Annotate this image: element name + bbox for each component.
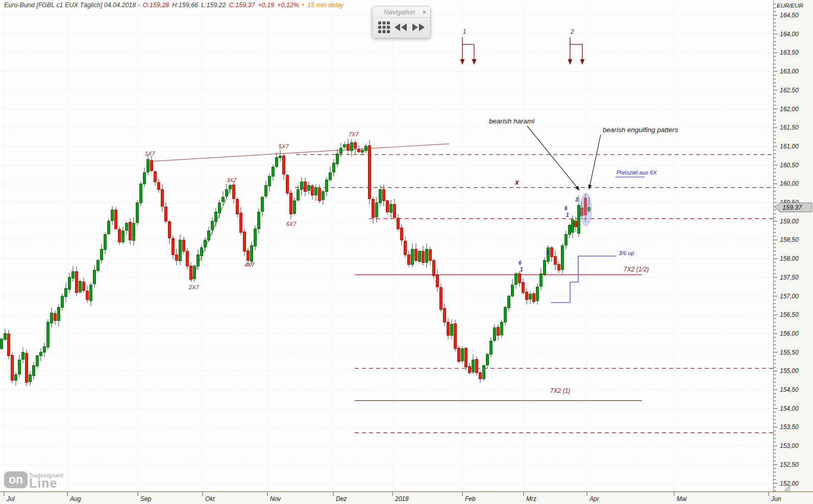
close-value: C:159,37: [229, 2, 255, 9]
change-abs: +0,19: [258, 2, 274, 9]
level-label[interactable]: x: [514, 178, 520, 186]
candle-down: [247, 250, 250, 261]
x-axis-month-label[interactable]: Apr: [589, 495, 600, 502]
candle-up: [15, 375, 17, 381]
candle-down: [476, 359, 478, 373]
candle-down: [575, 221, 577, 227]
level-label[interactable]: 7X2 (1): [550, 387, 570, 394]
candle-down: [458, 348, 460, 362]
low-value: L:159,22: [201, 2, 226, 9]
swing-label[interactable]: 2X7: [188, 284, 199, 290]
candle-down: [415, 249, 417, 261]
x-axis-month-label[interactable]: Jun: [771, 495, 781, 502]
candle-up: [18, 360, 21, 374]
candle-down: [129, 222, 132, 240]
x-axis-month-label[interactable]: Okt: [205, 495, 215, 502]
pattern-annotation[interactable]: bearish engulfing patters: [603, 126, 678, 134]
candle-up: [136, 203, 139, 223]
delay-bullet-icon: •: [302, 2, 304, 9]
candle-up: [101, 249, 103, 260]
x-axis-month-label[interactable]: Aug: [69, 495, 81, 502]
candle-down: [554, 257, 557, 264]
plot-background: [0, 0, 773, 491]
y-axis-tick-label: 162,50: [780, 87, 799, 94]
fast-forward-button[interactable]: [411, 23, 425, 32]
candle-up: [93, 270, 96, 284]
candle-up: [536, 287, 539, 301]
candle-up: [258, 212, 260, 229]
x-axis-month-label[interactable]: 2018: [395, 495, 409, 502]
candle-up: [108, 221, 110, 234]
candle-down: [465, 348, 467, 367]
x-axis-month-label[interactable]: Nov: [270, 495, 281, 502]
candle-down: [358, 149, 360, 152]
level-label[interactable]: 7X2 (1/2): [624, 266, 649, 273]
x-axis-month-label[interactable]: Dez: [336, 495, 347, 502]
y-axis-tick-label: 161,00: [780, 143, 799, 150]
candle-down: [283, 156, 285, 174]
candle-down: [433, 260, 435, 275]
candle-up: [229, 186, 232, 189]
candle-down: [115, 210, 117, 229]
candle-down: [243, 232, 246, 251]
x-axis-month-label[interactable]: Jul: [6, 495, 15, 502]
drop-marker-label[interactable]: 2: [570, 28, 574, 35]
candle-down: [176, 255, 178, 260]
y-axis-tick-label: 164,00: [780, 31, 799, 38]
candle-up: [326, 180, 328, 191]
candle-up: [251, 245, 253, 261]
swing-label[interactable]: 5X7: [279, 143, 289, 149]
pattern-annotation[interactable]: bearish harami: [489, 117, 535, 125]
candle-up: [418, 251, 421, 261]
y-axis-tick-label: 156,00: [780, 330, 799, 337]
y-axis-tick-label: 162,00: [780, 106, 799, 113]
grid-layout-button[interactable]: [378, 21, 390, 34]
candle-up: [179, 240, 182, 261]
candle-down: [368, 145, 371, 198]
swing-label[interactable]: 6X7: [286, 221, 297, 227]
candle-down: [383, 189, 385, 200]
x-axis-month-label[interactable]: Mrz: [526, 495, 536, 502]
x-axis-month-label[interactable]: Mai: [677, 495, 687, 502]
target-label[interactable]: Preisziel aus 6X: [617, 169, 657, 175]
candle-down: [386, 201, 389, 212]
price-chart-canvas[interactable]: 1X72X73X74X75X76X77X77X2 (1/2)7X2 (1)xPr…: [0, 0, 813, 504]
candle-up: [197, 255, 200, 266]
close-icon[interactable]: ×: [422, 9, 426, 15]
swing-label[interactable]: 4X7: [244, 262, 255, 268]
rewind-button[interactable]: [394, 23, 408, 32]
candle-down: [311, 186, 314, 195]
candle-up: [376, 203, 378, 217]
candle-up: [61, 296, 64, 308]
drop-marker-label[interactable]: 1: [463, 28, 466, 35]
high-value: H:159,66: [172, 2, 198, 9]
candle-up: [276, 158, 278, 166]
navigation-title: Navigation: [377, 8, 422, 16]
candle-up: [104, 234, 107, 249]
target-label[interactable]: 3/6 up: [619, 250, 634, 256]
count-digit-label: 3: [546, 250, 549, 256]
x-axis-month-label[interactable]: Sep: [140, 495, 152, 502]
y-axis-tick-label: 155,00: [780, 367, 799, 374]
swing-label[interactable]: 1X7: [145, 150, 155, 157]
y-axis-tick-label: 163,00: [780, 68, 799, 75]
candle-up: [390, 205, 392, 213]
x-axis-month-label[interactable]: Feb: [465, 495, 476, 502]
swing-label[interactable]: 3X7: [227, 177, 237, 183]
candle-up: [565, 234, 568, 245]
y-axis-tick-label: 160,00: [780, 180, 799, 187]
candle-up: [90, 285, 92, 301]
open-value: O:159,28: [143, 2, 169, 9]
candle-up: [204, 240, 207, 247]
candle-up: [293, 200, 296, 213]
pattern-highlight-ellipse[interactable]: [580, 193, 592, 226]
navigation-panel-header[interactable]: Navigation ×: [373, 7, 430, 18]
candle-up: [222, 197, 225, 202]
candle-up: [254, 229, 257, 246]
candle-up: [272, 167, 275, 176]
candle-up: [365, 146, 367, 151]
candle-down: [393, 205, 396, 218]
rewind-icon: [395, 23, 407, 31]
candle-down: [447, 322, 450, 336]
swing-label[interactable]: 7X7: [349, 131, 359, 137]
